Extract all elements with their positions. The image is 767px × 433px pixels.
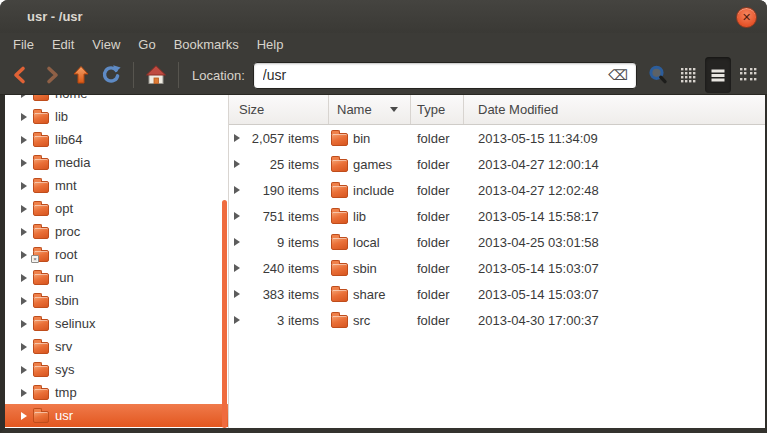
- sidebar-tree-item[interactable]: mnt: [5, 174, 228, 197]
- file-list-pane: Size Name Type Date Modified 2,057 items: [229, 95, 765, 428]
- folder-name: tmp: [55, 385, 77, 400]
- sidebar-tree-item[interactable]: lib64: [5, 128, 228, 151]
- toolbar-separator: [178, 62, 179, 88]
- file-row[interactable]: 2,057 items bin folder 2013-05-15 11:34:…: [229, 125, 765, 151]
- expander-arrow-icon[interactable]: [21, 343, 27, 351]
- folder-icon: [33, 319, 49, 331]
- sidebar-tree-item[interactable]: proc: [5, 220, 228, 243]
- expander-arrow-icon[interactable]: [21, 297, 27, 305]
- folder-name: media: [55, 155, 90, 170]
- date-modified: 2013-04-27 12:02:48: [464, 183, 765, 198]
- file-name: bin: [353, 131, 370, 146]
- expander-arrow-icon[interactable]: [21, 159, 27, 167]
- file-name: include: [353, 183, 394, 198]
- expander-arrow-icon[interactable]: [21, 274, 27, 282]
- sidebar-tree-item[interactable]: sys: [5, 358, 228, 381]
- column-header-type[interactable]: Type: [411, 95, 464, 124]
- places-sidebar: home lib: [5, 95, 229, 428]
- file-row[interactable]: 383 items share folder 2013-05-14 15:03:…: [229, 281, 765, 307]
- file-row[interactable]: 25 items games folder 2013-04-27 12:00:1…: [229, 151, 765, 177]
- file-row[interactable]: 240 items sbin folder 2013-05-14 15:03:0…: [229, 255, 765, 281]
- file-type: folder: [411, 209, 464, 224]
- compact-view-button[interactable]: [735, 59, 761, 91]
- sidebar-tree-item[interactable]: sbin: [5, 289, 228, 312]
- expander-arrow-icon[interactable]: [21, 251, 27, 259]
- sidebar-tree-item[interactable]: tmp: [5, 381, 228, 404]
- expander-arrow-icon[interactable]: [21, 389, 27, 397]
- expander-arrow-icon[interactable]: [21, 113, 27, 121]
- item-count: 240 items: [240, 261, 319, 276]
- expander-arrow-icon[interactable]: [21, 136, 27, 144]
- folder-name: run: [55, 270, 74, 285]
- home-button[interactable]: [141, 59, 171, 91]
- column-header-size[interactable]: Size: [229, 95, 329, 124]
- file-type: folder: [411, 131, 464, 146]
- folder-icon: [33, 95, 49, 101]
- folder-name: srv: [55, 339, 72, 354]
- titlebar[interactable]: usr - /usr ✕: [0, 0, 767, 33]
- date-modified: 2013-04-27 12:00:14: [464, 157, 765, 172]
- folder-name: home: [55, 95, 88, 101]
- menu-item[interactable]: File: [4, 35, 43, 54]
- folder-icon: [331, 159, 348, 172]
- expander-arrow-icon[interactable]: [21, 412, 27, 420]
- sidebar-tree-item[interactable]: lib: [5, 105, 228, 128]
- file-row[interactable]: 9 items local folder 2013-04-25 03:01:58: [229, 229, 765, 255]
- date-modified: 2013-05-15 11:34:09: [464, 131, 765, 146]
- sidebar-scrollbar-thumb[interactable]: [222, 200, 227, 428]
- menu-item[interactable]: View: [83, 35, 129, 54]
- expander-arrow-icon[interactable]: [21, 205, 27, 213]
- item-count: 25 items: [240, 157, 319, 172]
- expander-arrow-icon[interactable]: [21, 366, 27, 374]
- list-view-icon: [710, 67, 726, 84]
- expander-arrow-icon[interactable]: [21, 182, 27, 190]
- menu-item[interactable]: Go: [129, 35, 164, 54]
- search-button[interactable]: [645, 59, 671, 91]
- view-controls: [645, 57, 761, 93]
- back-button[interactable]: [6, 59, 36, 91]
- folder-icon: [33, 135, 49, 147]
- sidebar-tree-item[interactable]: opt: [5, 197, 228, 220]
- file-type: folder: [411, 235, 464, 250]
- file-type: folder: [411, 313, 464, 328]
- column-header-name[interactable]: Name: [329, 95, 411, 124]
- location-input[interactable]: [253, 62, 637, 89]
- file-name: local: [353, 235, 380, 250]
- column-header-name-label: Name: [337, 102, 372, 117]
- expander-arrow-icon[interactable]: [21, 95, 27, 98]
- file-row[interactable]: 751 items lib folder 2013-05-14 15:58:17: [229, 203, 765, 229]
- item-count: 383 items: [240, 287, 319, 302]
- sidebar-tree-item[interactable]: root: [5, 243, 228, 266]
- expander-arrow-icon[interactable]: [21, 320, 27, 328]
- file-row[interactable]: 190 items include folder 2013-04-27 12:0…: [229, 177, 765, 203]
- menu-item[interactable]: Help: [248, 35, 293, 54]
- folder-name: mnt: [55, 178, 77, 193]
- sidebar-tree-item[interactable]: selinux: [5, 312, 228, 335]
- folder-name: sys: [55, 362, 75, 377]
- menu-item[interactable]: Bookmarks: [165, 35, 248, 54]
- file-type: folder: [411, 183, 464, 198]
- file-type: folder: [411, 157, 464, 172]
- folder-name: root: [55, 247, 77, 262]
- list-view-button[interactable]: [705, 57, 731, 93]
- expander-arrow-icon[interactable]: [21, 228, 27, 236]
- close-button[interactable]: ✕: [736, 7, 757, 28]
- sidebar-tree-item[interactable]: media: [5, 151, 228, 174]
- sidebar-tree-item[interactable]: run: [5, 266, 228, 289]
- file-row[interactable]: 3 items src folder 2013-04-30 17:00:37: [229, 307, 765, 333]
- icon-view-grid-icon: [680, 67, 696, 83]
- menu-item[interactable]: Edit: [43, 35, 83, 54]
- sidebar-tree-item[interactable]: usr: [5, 404, 228, 427]
- folder-name: selinux: [55, 316, 95, 331]
- folder-icon: [331, 185, 348, 198]
- column-header-date-modified[interactable]: Date Modified: [464, 95, 765, 124]
- up-button[interactable]: [66, 59, 96, 91]
- refresh-button[interactable]: [96, 59, 126, 91]
- sidebar-tree-item[interactable]: srv: [5, 335, 228, 358]
- folder-tree: home lib: [5, 95, 228, 427]
- icon-view-button[interactable]: [675, 59, 701, 91]
- sidebar-tree-item[interactable]: home: [5, 95, 228, 105]
- forward-button[interactable]: [36, 59, 66, 91]
- clear-location-icon[interactable]: ⌫: [608, 67, 628, 83]
- date-modified: 2013-04-25 03:01:58: [464, 235, 765, 250]
